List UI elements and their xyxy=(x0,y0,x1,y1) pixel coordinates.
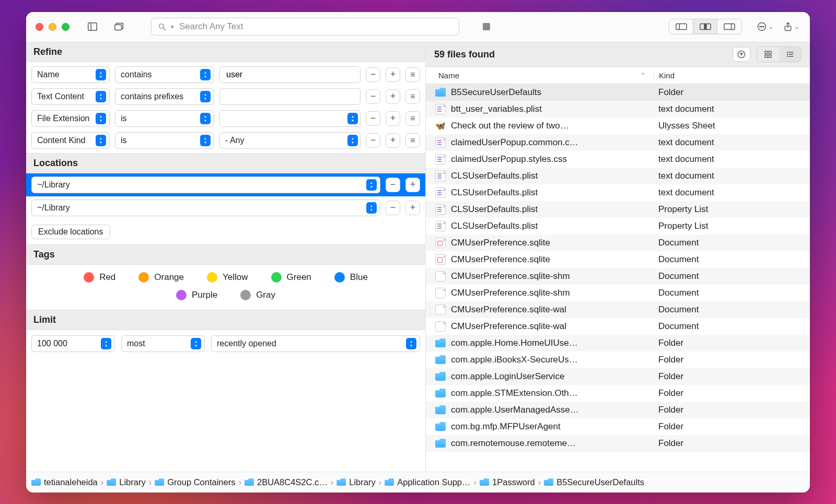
location-row[interactable]: ~/Library − + xyxy=(26,173,425,196)
refine-operator-select[interactable]: is xyxy=(115,110,214,127)
filter-results-button[interactable] xyxy=(733,47,750,62)
path-crumb[interactable]: B5SecureUserDefaults xyxy=(544,477,644,487)
refine-value-field[interactable] xyxy=(219,88,361,105)
file-row[interactable]: claimedUserPopup.styles.css text documen… xyxy=(426,151,810,168)
file-row[interactable]: CMUserPreference.sqlite-shm Document xyxy=(426,285,810,301)
tag-red[interactable]: Red xyxy=(84,272,115,283)
path-crumb[interactable]: Library xyxy=(107,477,145,487)
location-row[interactable]: ~/Library − + xyxy=(26,196,425,219)
file-row[interactable]: CMUserPreference.sqlite-wal Document xyxy=(426,301,810,318)
filter-pane: Refine Name contains − + Text Content co… xyxy=(26,42,426,472)
layout-left-button[interactable] xyxy=(669,19,693,34)
refine-operator-select[interactable]: is xyxy=(115,132,214,149)
remove-refine-row-button[interactable]: − xyxy=(366,133,380,148)
file-row[interactable]: CMUserPreference.sqlite Document xyxy=(426,235,810,251)
refine-operator-select[interactable]: contains xyxy=(115,66,214,83)
file-row[interactable]: 🦋Check out the review of two… Ulysses Sh… xyxy=(426,118,810,134)
minimize-window-button[interactable] xyxy=(49,23,56,31)
document-icon xyxy=(435,221,446,231)
file-row[interactable]: CMUserPreference.sqlite-wal Document xyxy=(426,318,810,335)
file-row[interactable]: com.apple.UserManagedAsse… Folder xyxy=(426,402,810,418)
folder-icon xyxy=(435,88,446,97)
windows-overview-button[interactable] xyxy=(109,19,128,34)
path-crumb[interactable]: Group Containers xyxy=(155,477,235,487)
refine-row-options-button[interactable] xyxy=(405,67,420,82)
add-location-button[interactable]: + xyxy=(405,178,420,192)
refine-row-options-button[interactable] xyxy=(405,89,420,104)
file-row[interactable]: CMUserPreference.sqlite Document xyxy=(426,251,810,268)
file-row[interactable]: CLSUserDefaults.plist Property List xyxy=(426,218,810,235)
results-list[interactable]: B5SecureUserDefaults Folderbtt_user_vari… xyxy=(426,84,810,472)
path-crumb[interactable]: Application Supp… xyxy=(385,477,470,487)
exclude-locations-button[interactable]: Exclude locations xyxy=(31,225,110,239)
refine-field-select[interactable]: Content Kind xyxy=(31,132,110,149)
file-row[interactable]: com.apple.iBooksX-SecureUs… Folder xyxy=(426,351,810,368)
file-row[interactable]: com.apple.Home.HomeUIUse… Folder xyxy=(426,335,810,351)
layout-right-button[interactable] xyxy=(717,19,741,34)
refine-field-select[interactable]: Name xyxy=(31,66,110,83)
tag-purple[interactable]: Purple xyxy=(176,290,217,300)
path-crumb[interactable]: tetianaleheida xyxy=(31,477,98,487)
add-refine-row-button[interactable]: + xyxy=(386,89,400,104)
file-row[interactable]: com.apple.STMExtension.Oth… Folder xyxy=(426,385,810,402)
remove-refine-row-button[interactable]: − xyxy=(366,111,380,126)
add-refine-row-button[interactable]: + xyxy=(386,67,400,82)
refine-value-select[interactable] xyxy=(219,110,361,127)
layout-segmented-control xyxy=(669,19,742,34)
refine-value-input[interactable] xyxy=(225,69,355,80)
close-window-button[interactable] xyxy=(36,23,43,31)
file-row[interactable]: claimedUserPopup.common.c… text document xyxy=(426,134,810,151)
search-field[interactable]: ▾ xyxy=(151,18,459,36)
layout-split-button[interactable] xyxy=(693,19,717,34)
file-row[interactable]: com.apple.LoginUserService Folder xyxy=(426,368,810,385)
file-row[interactable]: CLSUserDefaults.plist text document xyxy=(426,184,810,201)
refine-value-select[interactable]: - Any xyxy=(219,132,361,149)
remove-location-button[interactable]: − xyxy=(386,201,400,215)
refine-operator-select[interactable]: contains prefixes xyxy=(115,88,214,105)
chevron-right-icon: › xyxy=(538,477,541,487)
add-location-button[interactable]: + xyxy=(405,201,420,215)
share-button[interactable]: ⌄ xyxy=(782,19,800,34)
refine-row-options-button[interactable] xyxy=(405,133,420,148)
path-crumb[interactable]: Library xyxy=(336,477,375,487)
search-input[interactable] xyxy=(178,21,452,32)
more-menu-button[interactable]: ⌄ xyxy=(756,19,774,34)
tag-green[interactable]: Green xyxy=(271,272,311,283)
path-crumb[interactable]: 1Password xyxy=(480,477,535,487)
refine-value-input[interactable] xyxy=(225,91,355,102)
file-row[interactable]: CLSUserDefaults.plist text document xyxy=(426,168,810,184)
limit-order-select[interactable]: most xyxy=(121,335,205,352)
path-crumb[interactable]: 2BUA8C4S2C.c… xyxy=(245,477,328,487)
grid-view-button[interactable] xyxy=(757,47,779,62)
refine-field-select[interactable]: Text Content xyxy=(31,88,110,105)
refine-field-select[interactable]: File Extension xyxy=(31,110,110,127)
tag-blue[interactable]: Blue xyxy=(334,272,368,283)
file-row[interactable]: CMUserPreference.sqlite-shm Document xyxy=(426,268,810,285)
file-row[interactable]: B5SecureUserDefaults Folder xyxy=(426,84,810,101)
remove-refine-row-button[interactable]: − xyxy=(366,89,380,104)
file-row[interactable]: CLSUserDefaults.plist Property List xyxy=(426,201,810,218)
list-view-button[interactable] xyxy=(779,47,801,62)
column-header-kind[interactable]: Kind xyxy=(653,71,810,80)
tag-orange[interactable]: Orange xyxy=(138,272,184,283)
file-row[interactable]: com.bg.mfp.MFPUserAgent Folder xyxy=(426,418,810,435)
location-path-select[interactable]: ~/Library xyxy=(31,177,380,193)
zoom-window-button[interactable] xyxy=(62,23,69,31)
tag-gray[interactable]: Gray xyxy=(240,290,275,300)
column-header-name[interactable]: Name ⌃ xyxy=(426,71,653,80)
tag-yellow[interactable]: Yellow xyxy=(207,272,248,283)
toggle-sidebar-button[interactable] xyxy=(83,19,102,34)
remove-refine-row-button[interactable]: − xyxy=(366,67,380,82)
file-row[interactable]: com.remotemouse.remoteme… Folder xyxy=(426,435,810,452)
location-path-select[interactable]: ~/Library xyxy=(31,200,380,216)
add-refine-row-button[interactable]: + xyxy=(386,111,400,126)
sidebar-icon xyxy=(87,21,98,32)
file-row[interactable]: btt_user_variables.plist text document xyxy=(426,101,810,118)
stop-search-button[interactable] xyxy=(477,19,496,34)
limit-count-select[interactable]: 100 000 xyxy=(31,335,115,352)
remove-location-button[interactable]: − xyxy=(386,178,400,192)
limit-metric-select[interactable]: recently opened xyxy=(211,335,420,352)
refine-value-field[interactable] xyxy=(219,66,361,83)
refine-row-options-button[interactable] xyxy=(405,111,420,126)
add-refine-row-button[interactable]: + xyxy=(386,133,400,148)
